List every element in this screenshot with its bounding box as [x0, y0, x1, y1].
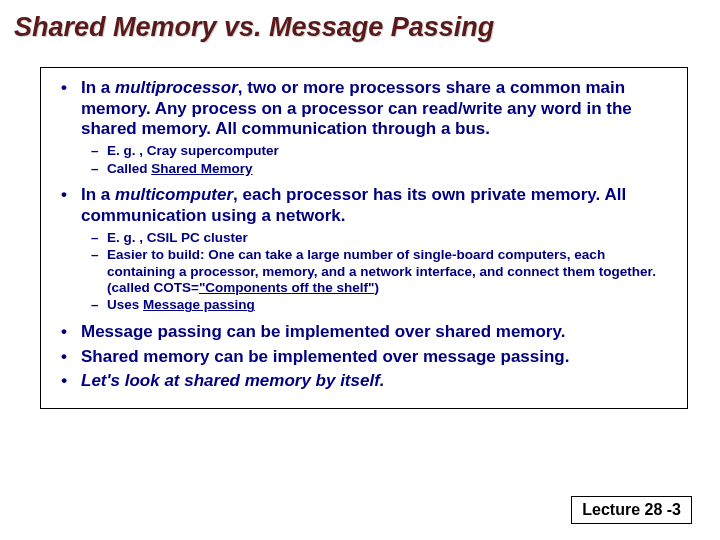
sub-list: E. g. , Cray supercomputer Called Shared… [81, 143, 675, 177]
underline-message-passing: Message passing [143, 297, 255, 312]
content-box: In a multiprocessor, two or more process… [40, 67, 688, 409]
lecture-number: Lecture 28 -3 [571, 496, 692, 524]
bullet-multicomputer: In a multicomputer, each processor has i… [53, 185, 675, 314]
bullet-shared-over-msg: Shared memory can be implemented over me… [53, 347, 675, 368]
text: Uses [107, 297, 143, 312]
sub-item: Uses Message passing [81, 297, 675, 313]
main-list: In a multiprocessor, two or more process… [53, 78, 675, 392]
text: In a [81, 78, 115, 97]
bullet-multiprocessor: In a multiprocessor, two or more process… [53, 78, 675, 177]
sub-item: Easier to build: One can take a large nu… [81, 247, 675, 296]
emphasis-multicomputer: multicomputer [115, 185, 233, 204]
text: Called [107, 161, 151, 176]
bullet-msg-over-shared: Message passing can be implemented over … [53, 322, 675, 343]
text: ) [374, 280, 379, 295]
sub-item: Called Shared Memory [81, 161, 675, 177]
sub-item: E. g. , CSIL PC cluster [81, 230, 675, 246]
slide-title: Shared Memory vs. Message Passing [0, 0, 720, 43]
emphasis-multiprocessor: multiprocessor [115, 78, 238, 97]
underline-cots: "Components off the shelf" [199, 280, 375, 295]
sub-list: E. g. , CSIL PC cluster Easier to build:… [81, 230, 675, 314]
text: In a [81, 185, 115, 204]
bullet-lets-look: Let's look at shared memory by itself. [53, 371, 675, 392]
underline-shared-memory: Shared Memory [151, 161, 252, 176]
sub-item: E. g. , Cray supercomputer [81, 143, 675, 159]
text: Easier to build: One can take a large nu… [107, 247, 656, 295]
